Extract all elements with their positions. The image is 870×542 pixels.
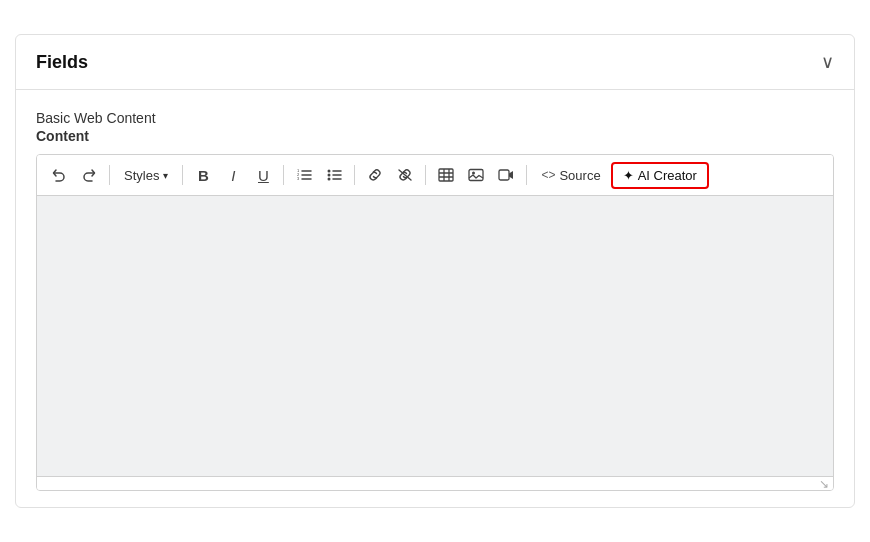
panel-body: Basic Web Content Content <box>16 90 854 507</box>
separator-2 <box>182 165 183 185</box>
underline-button[interactable]: U <box>249 161 277 189</box>
svg-point-6 <box>328 170 331 173</box>
separator-6 <box>526 165 527 185</box>
ordered-list-icon: 1 2 3 <box>296 168 312 182</box>
svg-point-19 <box>472 172 475 175</box>
italic-button[interactable]: I <box>219 161 247 189</box>
editor-toolbar: Styles ▾ B I U <box>37 155 833 196</box>
svg-rect-18 <box>469 170 483 181</box>
ai-creator-icon: ✦ <box>623 168 634 183</box>
undo-button[interactable] <box>45 161 73 189</box>
editor-wrapper: Styles ▾ B I U <box>36 154 834 491</box>
panel-title: Fields <box>36 52 88 73</box>
styles-label: Styles <box>124 168 159 183</box>
svg-point-8 <box>328 178 331 181</box>
ordered-list-button[interactable]: 1 2 3 <box>290 161 318 189</box>
bold-button[interactable]: B <box>189 161 217 189</box>
source-label: Source <box>559 168 600 183</box>
separator-4 <box>354 165 355 185</box>
resize-icon: ↘ <box>819 478 829 490</box>
link-icon <box>367 168 383 182</box>
unordered-list-icon <box>326 168 342 182</box>
redo-button[interactable] <box>75 161 103 189</box>
undo-icon <box>52 168 66 182</box>
unlink-icon <box>397 168 413 182</box>
ai-creator-label: AI Creator <box>638 168 697 183</box>
resize-handle[interactable]: ↘ <box>37 476 833 490</box>
separator-5 <box>425 165 426 185</box>
underline-icon: U <box>258 167 269 184</box>
field-label: Content <box>36 128 834 144</box>
field-section-label: Basic Web Content <box>36 110 834 126</box>
separator-1 <box>109 165 110 185</box>
bold-icon: B <box>198 167 209 184</box>
svg-text:3: 3 <box>297 176 300 181</box>
editor-content-area[interactable] <box>37 196 833 476</box>
svg-rect-13 <box>439 169 453 181</box>
table-button[interactable] <box>432 161 460 189</box>
link-button[interactable] <box>361 161 389 189</box>
panel-header: Fields ∨ <box>16 35 854 90</box>
source-button[interactable]: <> Source <box>533 164 608 187</box>
video-icon <box>498 168 514 182</box>
svg-rect-20 <box>499 170 509 180</box>
unlink-button[interactable] <box>391 161 419 189</box>
styles-dropdown[interactable]: Styles ▾ <box>116 164 176 187</box>
chevron-down-icon[interactable]: ∨ <box>821 51 834 73</box>
table-icon <box>438 168 454 182</box>
italic-icon: I <box>231 167 235 184</box>
image-button[interactable] <box>462 161 490 189</box>
source-prefix: <> <box>541 168 555 182</box>
svg-point-7 <box>328 174 331 177</box>
ai-creator-button[interactable]: ✦ AI Creator <box>611 162 709 189</box>
styles-dropdown-arrow: ▾ <box>163 170 168 181</box>
video-button[interactable] <box>492 161 520 189</box>
image-icon <box>468 168 484 182</box>
unordered-list-button[interactable] <box>320 161 348 189</box>
fields-panel: Fields ∨ Basic Web Content Content <box>15 34 855 508</box>
redo-icon <box>82 168 96 182</box>
separator-3 <box>283 165 284 185</box>
